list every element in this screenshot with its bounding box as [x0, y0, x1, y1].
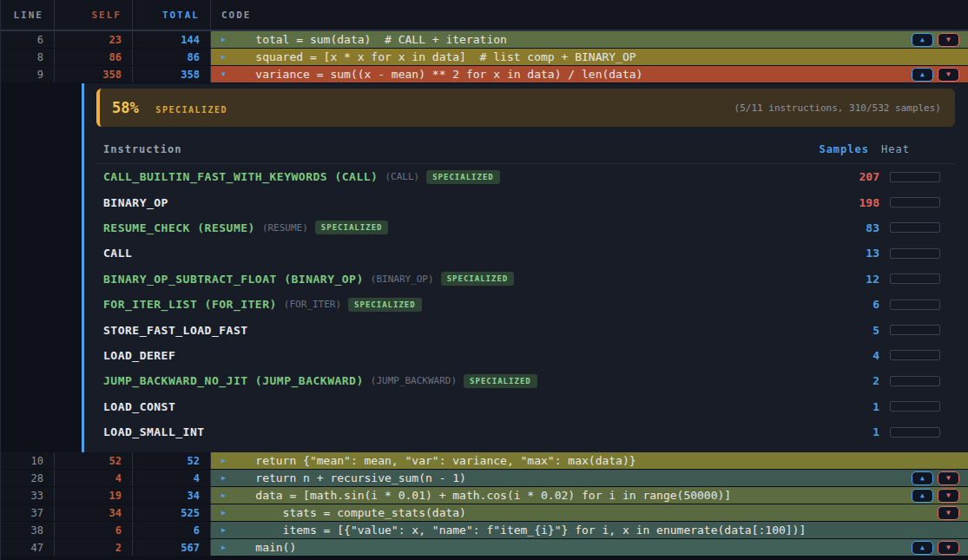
source-code: variance = sum((x - mean) ** 2 for x in … [211, 68, 642, 81]
instruction-name: LOAD_DEREF [103, 349, 175, 362]
code-cell[interactable]: ▶ squared = [x * x for x in data] # list… [211, 49, 968, 65]
expand-toggle-icon[interactable]: ▶ [221, 522, 226, 538]
specialization-summary: 58% SPECIALIZED (5/11 instructions, 310/… [96, 89, 955, 127]
source-code: data = [math.sin(i * 0.01) + math.cos(i … [211, 489, 731, 502]
code-cell[interactable]: ▶ return {"mean": mean, "var": variance,… [211, 452, 968, 469]
sample-count: 2 [819, 374, 879, 387]
code-row-line-33[interactable]: 33 19 34 ▶ data = [math.sin(i * 0.01) + … [1, 487, 968, 504]
self-samples: 6 [55, 522, 133, 538]
instruction-row: RESUME_CHECK (RESUME) (RESUME) SPECIALIZ… [96, 215, 955, 240]
expand-toggle-icon[interactable]: ▶ [221, 539, 226, 556]
specialization-meta: (5/11 instructions, 310/532 samples) [734, 102, 941, 114]
instruction-base: (BINARY_OP) [371, 273, 434, 285]
code-row-line-6[interactable]: 6 23 144 ▶ total = sum(data) # CALL + it… [1, 31, 968, 49]
source-code: stats = compute_stats(data) [211, 506, 466, 519]
move-up-button[interactable]: ▲ [912, 489, 933, 503]
code-row-line-38[interactable]: 38 6 6 ▶ items = [{"value": x, "name": f… [1, 522, 968, 539]
total-samples: 358 [133, 66, 211, 82]
total-samples: 567 [133, 539, 211, 556]
header-total: TOTAL [133, 0, 211, 30]
instruction-name: LOAD_CONST [103, 400, 175, 413]
move-down-button[interactable]: ▼ [938, 541, 959, 555]
heat-bar [890, 376, 940, 386]
code-cell[interactable]: ▶ main() ▲ ▼ [211, 539, 968, 556]
move-up-button[interactable]: ▲ [912, 68, 933, 82]
heat-bar [890, 401, 940, 412]
instruction-row: CALL 13 [96, 240, 955, 266]
code-cell[interactable]: ▶ total = sum(data) # CALL + iteration ▲… [211, 31, 968, 48]
move-down-button[interactable]: ▼ [938, 68, 959, 82]
move-up-button[interactable]: ▲ [912, 471, 933, 485]
expand-toggle-icon[interactable]: ▶ [221, 470, 226, 486]
instruction-name: LOAD_SMALL_INT [103, 425, 205, 438]
instruction-name: JUMP_BACKWARD_NO_JIT (JUMP_BACKWARD) [103, 374, 364, 387]
instruction-table-header: Instruction Samples Heat [96, 139, 955, 160]
profiler-view: LINE SELF TOTAL CODE 6 23 144 ▶ total = … [0, 0, 968, 560]
instruction-name: BINARY_OP [103, 196, 168, 209]
code-cell[interactable]: ▶ return n + recursive_sum(n - 1) ▲ ▼ [211, 470, 968, 486]
header-self: SELF [55, 0, 133, 30]
instruction-name: STORE_FAST_LOAD_FAST [103, 324, 248, 337]
instruction-row: BINARY_OP_SUBTRACT_FLOAT (BINARY_OP) (BI… [96, 267, 955, 292]
expand-toggle-icon[interactable]: ▶ [221, 452, 226, 469]
code-cell[interactable]: ▶ stats = compute_stats(data) ▼ [211, 504, 968, 521]
move-down-button[interactable]: ▼ [938, 506, 959, 520]
total-samples: 86 [133, 49, 211, 65]
code-row-line-9[interactable]: 9 358 358 ▼ variance = sum((x - mean) **… [1, 66, 968, 83]
heat-bar [890, 350, 940, 360]
expand-toggle-icon[interactable]: ▶ [221, 31, 226, 48]
source-code: return n + recursive_sum(n - 1) [211, 471, 466, 484]
heat-bar [890, 427, 940, 438]
code-cell[interactable]: ▼ variance = sum((x - mean) ** 2 for x i… [211, 66, 968, 82]
self-samples: 4 [55, 470, 133, 486]
instruction-name: RESUME_CHECK (RESUME) [103, 221, 255, 234]
code-row-line-10[interactable]: 10 52 52 ▶ return {"mean": mean, "var": … [1, 452, 968, 470]
code-row-line-8[interactable]: 8 86 86 ▶ squared = [x * x for x in data… [1, 49, 968, 66]
total-samples: 4 [133, 470, 211, 486]
sample-count: 5 [819, 324, 879, 337]
line-number: 38 [1, 522, 55, 538]
specialized-label: SPECIALIZED [155, 105, 227, 115]
move-up-button[interactable]: ▲ [912, 33, 933, 47]
instruction-row: BINARY_OP 198 [96, 189, 955, 214]
move-down-button[interactable]: ▼ [938, 489, 959, 503]
column-samples: Samples [808, 143, 869, 155]
instruction-row: LOAD_DEREF 4 [96, 343, 955, 368]
collapse-toggle-icon[interactable]: ▼ [221, 66, 226, 82]
move-up-button[interactable]: ▲ [912, 541, 933, 555]
move-down-button[interactable]: ▼ [938, 471, 959, 485]
line-number: 8 [1, 49, 55, 65]
heat-bar [890, 300, 940, 310]
line-number: 33 [1, 487, 55, 504]
expand-toggle-icon[interactable]: ▶ [221, 504, 226, 521]
heat-bar [890, 172, 940, 182]
line-number: 28 [1, 470, 55, 486]
sample-count: 1 [819, 425, 879, 438]
source-code: total = sum(data) # CALL + iteration [211, 33, 507, 46]
heat-bar [890, 197, 940, 208]
code-row-line-28[interactable]: 28 4 4 ▶ return n + recursive_sum(n - 1)… [1, 470, 968, 487]
code-cell[interactable]: ▶ items = [{"value": x, "name": f"item_{… [211, 522, 968, 538]
line-number: 6 [1, 31, 55, 48]
instruction-base: (CALL) [385, 171, 419, 182]
self-samples: 52 [55, 452, 133, 469]
expand-toggle-icon[interactable]: ▶ [221, 487, 226, 504]
line-number: 9 [1, 66, 55, 82]
code-row-line-37[interactable]: 37 34 525 ▶ stats = compute_stats(data) … [1, 504, 968, 522]
instruction-row: FOR_ITER_LIST (FOR_ITER) (FOR_ITER) SPEC… [96, 292, 955, 317]
specialized-badge: SPECIALIZED [464, 374, 537, 388]
heat-bar [890, 325, 940, 335]
line-number: 47 [1, 539, 55, 556]
instruction-base: (FOR_ITER) [284, 299, 341, 310]
expand-toggle-icon[interactable]: ▶ [221, 49, 226, 65]
self-samples: 2 [55, 539, 133, 556]
instruction-name: CALL_BUILTIN_FAST_WITH_KEYWORDS (CALL) [103, 170, 378, 183]
panel-left-spacer [1, 83, 82, 452]
code-row-line-47[interactable]: 47 2 567 ▶ main() ▲ ▼ [1, 539, 968, 557]
specialization-panel: 58% SPECIALIZED (5/11 instructions, 310/… [1, 83, 968, 452]
header-code: CODE [211, 0, 968, 30]
move-down-button[interactable]: ▼ [938, 33, 959, 47]
column-instruction: Instruction [96, 143, 808, 155]
code-cell[interactable]: ▶ data = [math.sin(i * 0.01) + math.cos(… [211, 487, 968, 504]
instruction-base: (RESUME) [262, 222, 308, 234]
